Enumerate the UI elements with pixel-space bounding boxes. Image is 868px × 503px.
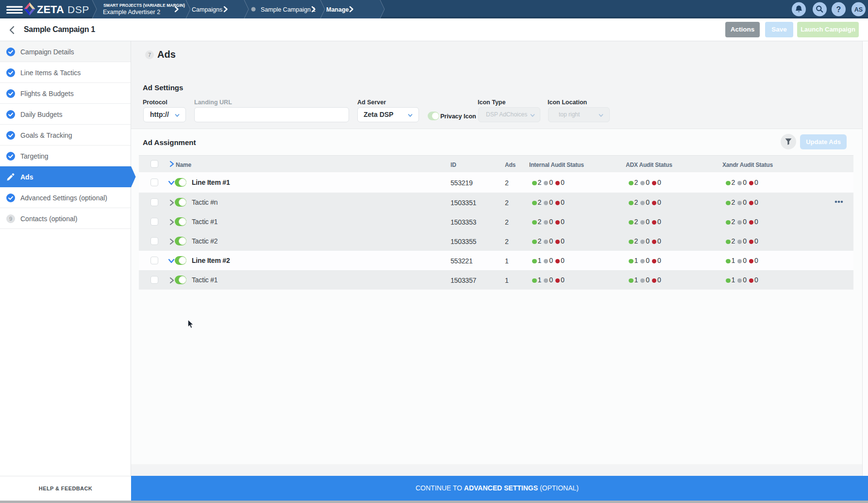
svg-text:?: ?: [836, 5, 841, 14]
svg-text:AS: AS: [854, 6, 863, 13]
svg-text:9: 9: [9, 216, 12, 222]
